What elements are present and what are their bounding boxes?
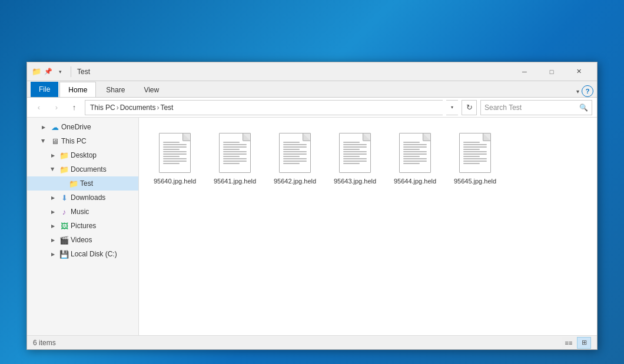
title-bar: 📁 📌 ▾ Test ─ □ ✕ [27, 62, 597, 81]
breadcrumb-sep-1: › [117, 103, 119, 112]
up-button[interactable]: ↑ [67, 101, 81, 115]
list-view-icon: ≡≡ [565, 339, 573, 346]
doc-line [463, 151, 487, 152]
sidebar-label-pictures: Pictures [71, 222, 96, 230]
file-icon [276, 131, 314, 175]
list-item[interactable]: 95645.jpg.held [449, 127, 502, 189]
doc-line [403, 156, 420, 157]
ribbon-collapse-icon[interactable]: ▾ [576, 88, 579, 95]
doc-line [463, 158, 487, 159]
file-name: 95643.jpg.held [334, 177, 376, 185]
doc-line [223, 151, 247, 152]
sidebar-item-desktop[interactable]: ▶ 📁 Desktop [27, 148, 138, 162]
breadcrumb-thispc[interactable]: This PC [90, 103, 115, 112]
sidebar-item-pictures[interactable]: ▶ 🖼 Pictures [27, 219, 138, 233]
doc-line [283, 156, 300, 157]
doc-line [343, 158, 367, 159]
search-icon[interactable]: 🔍 [579, 103, 588, 112]
sidebar-item-localdisk[interactable]: ▶ 💾 Local Disk (C:) [27, 247, 138, 261]
sidebar-item-onedrive[interactable]: ▶ ☁ OneDrive [27, 120, 138, 134]
file-name: 95645.jpg.held [454, 177, 496, 185]
file-icon [216, 131, 254, 175]
sidebar-item-videos[interactable]: ▶ 🎬 Videos [27, 233, 138, 247]
address-bar: ‹ › ↑ This PC › Documents › Test ▾ ↻ 🔍 [27, 98, 597, 118]
expand-arrow-thispc: ▶ [39, 136, 48, 146]
list-item[interactable]: 95643.jpg.held [328, 127, 381, 189]
document-icon [159, 133, 191, 173]
doc-line [223, 158, 247, 159]
doc-line [283, 144, 307, 145]
doc-line [223, 142, 240, 143]
doc-line [343, 163, 360, 164]
minimize-button[interactable]: ─ [511, 62, 538, 81]
forward-button[interactable]: › [49, 101, 64, 115]
doc-line [463, 144, 487, 145]
view-buttons: ≡≡ ⊞ [562, 337, 591, 349]
doc-corner [303, 133, 310, 141]
doc-line [283, 163, 300, 164]
list-item[interactable]: 95640.jpg.held [148, 127, 201, 189]
file-name: 95640.jpg.held [154, 177, 196, 185]
file-icon [396, 131, 434, 175]
sidebar-item-music[interactable]: ▶ ♪ Music [27, 205, 138, 219]
doc-line [463, 149, 480, 150]
doc-line [163, 149, 180, 150]
titlebar-dropdown-icon[interactable]: ▾ [55, 67, 65, 76]
videos-icon: 🎬 [59, 235, 69, 245]
doc-line [223, 153, 247, 155]
title-bar-icons: 📁 📌 ▾ [32, 67, 65, 76]
tiles-view-button[interactable]: ⊞ [577, 337, 591, 349]
sidebar-label-localdisk: Local Disk (C:) [71, 250, 117, 258]
doc-corner [483, 133, 490, 141]
doc-line [463, 153, 487, 155]
breadcrumb-documents[interactable]: Documents [120, 103, 156, 112]
window-title: Test [77, 68, 507, 76]
doc-line [283, 153, 307, 155]
item-count: 6 items [33, 339, 56, 347]
doc-line [343, 156, 360, 157]
doc-line [463, 161, 487, 162]
list-item[interactable]: 95644.jpg.held [389, 127, 442, 189]
sidebar-item-thispc[interactable]: ▶ 🖥 This PC [27, 134, 138, 148]
file-name: 95641.jpg.held [214, 177, 256, 185]
window-controls: ─ □ ✕ [511, 62, 592, 81]
sidebar-label-downloads: Downloads [71, 193, 105, 202]
breadcrumb-sep-2: › [157, 103, 159, 112]
tiles-view-icon: ⊞ [582, 339, 587, 346]
test-icon: 📁 [69, 179, 78, 188]
refresh-button[interactable]: ↻ [462, 100, 477, 115]
address-input[interactable]: This PC › Documents › Test [85, 100, 443, 115]
doc-line [403, 158, 427, 159]
doc-line [283, 146, 307, 148]
list-view-button[interactable]: ≡≡ [562, 337, 576, 349]
tab-view[interactable]: View [135, 82, 168, 97]
file-explorer-window: 📁 📌 ▾ Test ─ □ ✕ File Home Share View ▾ … [26, 62, 598, 350]
back-button[interactable]: ‹ [32, 101, 46, 115]
doc-line [283, 151, 307, 152]
help-button[interactable]: ? [582, 85, 593, 97]
tab-file[interactable]: File [31, 82, 58, 97]
close-button[interactable]: ✕ [565, 62, 592, 81]
tab-share[interactable]: Share [97, 82, 134, 97]
document-icon [399, 133, 431, 173]
list-item[interactable]: 95642.jpg.held [268, 127, 321, 189]
doc-line [463, 156, 480, 157]
sidebar-label-documents: Documents [71, 165, 107, 173]
doc-line [223, 156, 240, 157]
list-item[interactable]: 95641.jpg.held [208, 127, 261, 189]
doc-line [343, 151, 367, 152]
tab-home[interactable]: Home [59, 82, 96, 97]
sidebar-item-downloads[interactable]: ▶ ⬇ Downloads [27, 191, 138, 205]
doc-line [343, 161, 367, 162]
maximize-button[interactable]: □ [538, 62, 565, 81]
sidebar-item-documents[interactable]: ▶ 📁 Documents [27, 162, 138, 176]
breadcrumb-test[interactable]: Test [160, 103, 173, 112]
ribbon-tabs: File Home Share View ▾ ? [27, 81, 597, 98]
expand-arrow-localdisk: ▶ [48, 249, 58, 259]
address-dropdown-button[interactable]: ▾ [446, 100, 458, 115]
document-icon [279, 133, 311, 173]
document-icon [339, 133, 371, 173]
pin-icon: 📌 [44, 67, 53, 76]
sidebar-item-test[interactable]: ▶ 📁 Test [27, 176, 138, 191]
search-input[interactable] [484, 103, 577, 112]
